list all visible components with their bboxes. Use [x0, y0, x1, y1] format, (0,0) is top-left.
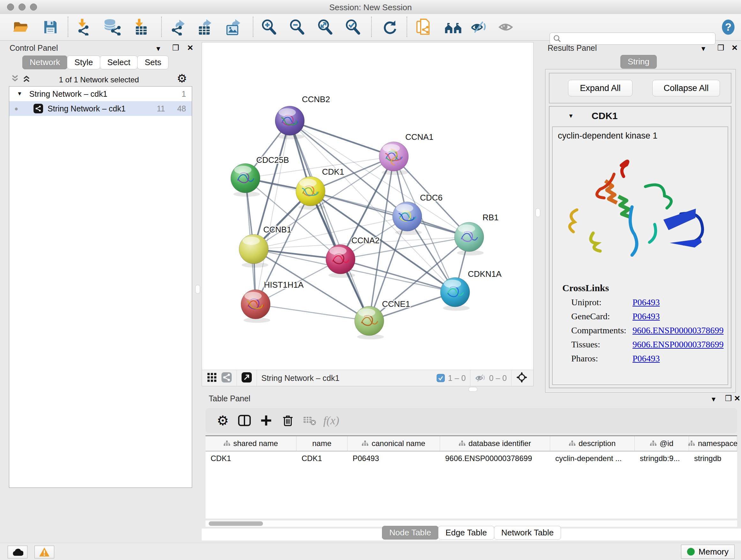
save-session-button[interactable] [41, 18, 60, 36]
scrollbar-thumb[interactable] [209, 521, 263, 526]
export-image-button[interactable] [224, 18, 243, 36]
table-cell[interactable]: stringdb:9... [635, 451, 689, 465]
collapse-all-button[interactable]: Collapse All [652, 80, 720, 97]
node-CDKN1A[interactable] [441, 277, 470, 311]
help-button[interactable]: ? [719, 18, 738, 36]
tab-network-table[interactable]: Network Table [494, 526, 561, 540]
tab-select[interactable]: Select [100, 56, 138, 69]
zoom-in-button[interactable] [259, 18, 278, 36]
column-header-canonical-name[interactable]: canonical name [347, 436, 440, 451]
edge-CDK1-RB1[interactable] [311, 191, 469, 237]
import-network-from-database-button[interactable] [103, 18, 122, 36]
view-network-icon[interactable] [221, 372, 232, 384]
function-builder-icon[interactable]: f(x) [320, 411, 342, 430]
collection-label: String Network – cdk1 [29, 89, 108, 99]
table-row[interactable]: CDK1CDK1P064939606.ENSP00000378699cyclin… [205, 451, 737, 465]
import-network-from-file-button[interactable] [75, 18, 94, 36]
network-row[interactable]: ● String Network – cdk1 11 48 [9, 101, 192, 116]
close-panel-icon[interactable]: ✕ [731, 44, 738, 52]
first-neighbors-button[interactable] [444, 18, 463, 36]
node-CCNA2[interactable] [326, 245, 355, 278]
warning-status-button[interactable] [35, 546, 54, 558]
column-header-shared-name[interactable]: shared name [205, 436, 296, 451]
table-settings-gear-icon[interactable]: ⚙ [212, 411, 233, 430]
crosslink-link[interactable]: P06493 [632, 311, 660, 321]
tab-edge-table[interactable]: Edge Table [438, 526, 494, 540]
crosslink-link[interactable]: P06493 [632, 354, 660, 364]
splitter-handle[interactable] [468, 387, 477, 392]
import-table-from-file-button[interactable] [131, 18, 150, 36]
network-options-gear-icon[interactable]: ⚙ [177, 73, 187, 84]
crosslink-link[interactable]: 9606.ENSP00000378699 [632, 325, 724, 335]
tab-network[interactable]: Network [22, 56, 67, 69]
node-HIST1H1A[interactable] [241, 290, 270, 323]
birds-eye-view-icon[interactable] [516, 372, 528, 384]
view-grid-icon[interactable] [207, 373, 217, 383]
table-cell[interactable]: cyclin-dependent ... [550, 451, 635, 465]
crosslink-link[interactable]: P06493 [632, 297, 660, 307]
selected-checkbox-icon[interactable] [436, 374, 445, 382]
node-CDC25B[interactable] [231, 164, 260, 197]
export-table-button[interactable] [196, 18, 215, 36]
node-CCNE1[interactable] [354, 306, 384, 339]
zoom-fit-content-button[interactable] [315, 18, 334, 36]
column-header-name[interactable]: name [296, 436, 347, 451]
network-collection-row[interactable]: ▼ String Network – cdk1 1 [9, 86, 192, 101]
float-panel-icon[interactable]: ❒ [718, 44, 724, 52]
export-network-button[interactable] [169, 18, 188, 36]
crosslink-row: Tissues:9606.ENSP00000378699 [571, 339, 728, 350]
tab-string[interactable]: String [620, 55, 657, 69]
delete-table-icon[interactable] [299, 411, 320, 430]
zoom-selected-button[interactable] [343, 18, 362, 36]
node-RB1[interactable] [455, 222, 484, 255]
node-CCNA1[interactable] [379, 142, 408, 175]
float-panel-icon[interactable]: ❒ [725, 395, 732, 402]
expand-all-button[interactable]: Expand All [568, 80, 632, 97]
column-header-namespace[interactable]: namespace [689, 436, 737, 451]
memory-button[interactable]: Memory [681, 545, 735, 559]
edge-CCNB2-CCNA1[interactable] [290, 121, 394, 157]
float-panel-icon[interactable]: ❒ [172, 44, 179, 52]
table-cell[interactable]: P06493 [347, 451, 440, 465]
tab-node-table[interactable]: Node Table [382, 526, 439, 540]
hide-selected-button[interactable] [469, 18, 488, 36]
table-cell[interactable]: 9606.ENSP00000378699 [440, 451, 550, 465]
column-header-description[interactable]: description [550, 436, 635, 451]
crosslink-link[interactable]: 9606.ENSP00000378699 [632, 339, 724, 350]
detach-view-icon[interactable] [241, 372, 252, 384]
network-view-toolbar: String Network – cdk1 1 – 0 0 – 0 [202, 370, 533, 386]
edge-CCNB2-CCNE1[interactable] [290, 121, 369, 321]
hidden-eye-slash-icon[interactable] [475, 374, 486, 382]
delete-column-trash-icon[interactable] [277, 411, 299, 430]
crosslinks-list: Uniprot:P06493GeneCard:P06493Compartment… [553, 297, 728, 364]
tab-sets[interactable]: Sets [137, 56, 169, 69]
edge-CCNB2-HIST1H1A[interactable] [256, 121, 290, 304]
apply-preferred-layout-button[interactable] [381, 18, 400, 36]
column-header--id[interactable]: @id [635, 436, 689, 451]
panel-menu-icon[interactable]: ▾ [156, 45, 160, 52]
node-CDC6[interactable] [393, 202, 422, 235]
card-expander-icon[interactable]: ▼ [568, 113, 574, 119]
node-CCNB1[interactable] [239, 234, 268, 267]
zoom-out-button[interactable] [287, 18, 307, 36]
edge-HIST1H1A-CCNE1[interactable] [256, 304, 369, 321]
network-canvas[interactable]: CCNB2CCNA1CDC25BCDK1CDC6RB1CCNB1CCNA2CDK… [202, 43, 533, 369]
tab-style[interactable]: Style [67, 56, 100, 69]
table-cell[interactable]: stringdb [689, 451, 737, 465]
column-header-database-identifier[interactable]: database identifier [440, 436, 550, 451]
panel-menu-icon[interactable]: ▾ [701, 45, 705, 52]
open-session-button[interactable] [11, 18, 30, 36]
create-column-icon[interactable] [255, 411, 277, 430]
close-panel-icon[interactable]: ✕ [187, 44, 193, 52]
cloud-status-button[interactable] [8, 546, 27, 558]
show-columns-icon[interactable] [233, 411, 255, 430]
table-cell[interactable]: CDK1 [205, 451, 296, 465]
panel-menu-icon[interactable]: ▾ [712, 395, 716, 403]
close-panel-icon[interactable]: ✕ [734, 395, 740, 402]
show-all-button[interactable] [496, 18, 516, 36]
new-network-from-selection-button[interactable] [415, 18, 434, 36]
splitter-handle[interactable] [536, 208, 540, 217]
table-cell[interactable]: CDK1 [296, 451, 347, 465]
tree-expander-icon[interactable]: ▼ [17, 91, 22, 97]
splitter-handle[interactable] [195, 285, 200, 294]
